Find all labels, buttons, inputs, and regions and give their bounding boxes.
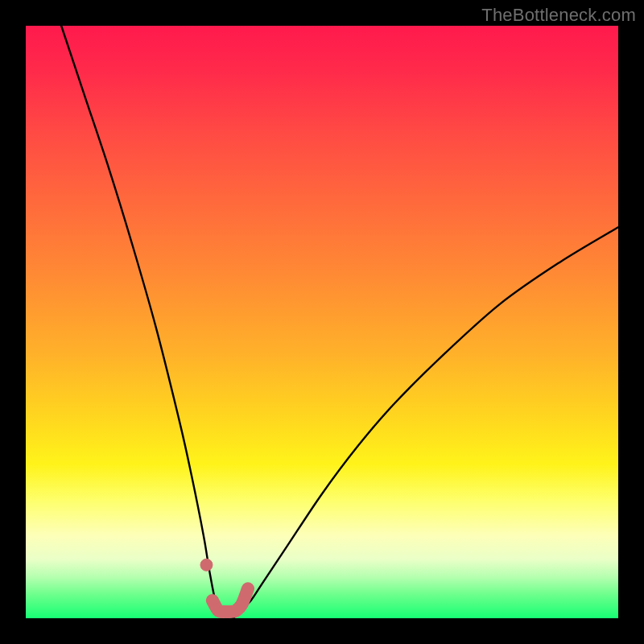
bottleneck-curve-path [61,26,618,619]
optimal-band-marker-group [200,559,248,612]
curve-layer [26,26,618,618]
plot-area [26,26,618,618]
chart-frame: TheBottleneck.com [0,0,644,644]
marker-dot [200,559,213,571]
watermark-text: TheBottleneck.com [481,5,636,26]
marker-u-path [213,588,248,612]
